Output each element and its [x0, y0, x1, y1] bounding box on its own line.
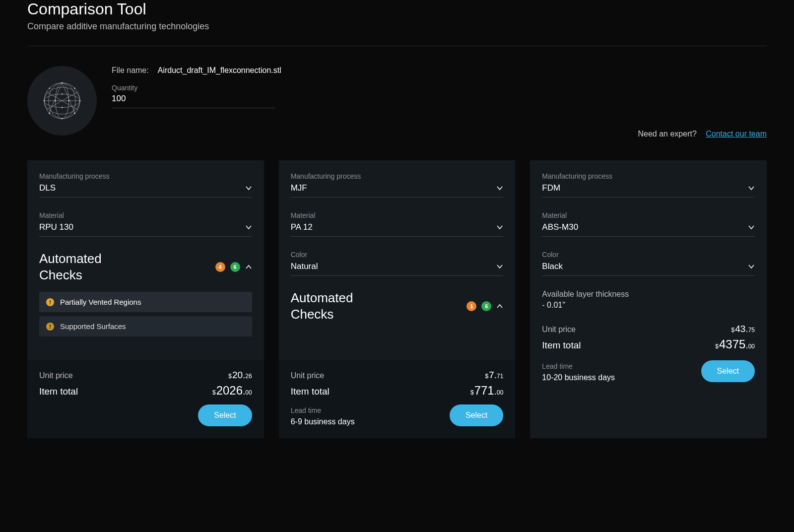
item-total-value: $771.00 [470, 384, 503, 398]
unit-price-label: Unit price [542, 325, 576, 334]
svg-point-21 [68, 100, 69, 102]
material-label: Material [39, 211, 252, 219]
wireframe-sphere-icon [40, 78, 84, 123]
chevron-down-icon [748, 263, 755, 270]
material-select[interactable]: Material ABS-M30 [542, 211, 755, 237]
check-item-label: Partially Vented Regions [60, 298, 141, 306]
process-select[interactable]: Manufacturing process MJF [291, 172, 504, 198]
chevron-up-icon[interactable] [245, 264, 252, 270]
page-title: Comparison Tool [27, 0, 767, 18]
svg-line-7 [49, 83, 62, 114]
comparison-card-mjf: Manufacturing process MJF Material PA 12… [279, 160, 516, 438]
color-select[interactable]: Color Natural [291, 251, 504, 276]
expert-text: Need an expert? [638, 130, 697, 138]
ok-count-badge: 6 [230, 262, 240, 272]
process-label: Manufacturing process [39, 172, 252, 180]
warning-count-badge: 4 [215, 262, 225, 272]
svg-line-8 [62, 83, 75, 114]
contact-team-link[interactable]: Contact our team [706, 130, 767, 138]
warning-icon: ! [46, 298, 54, 306]
lead-time-value: 10-20 business days [542, 373, 615, 382]
svg-point-20 [55, 100, 56, 102]
select-button[interactable]: Select [450, 404, 503, 426]
svg-point-15 [74, 87, 75, 89]
file-name-value: Airduct_draft_IM_flexconnection.stl [158, 66, 281, 75]
chevron-up-icon[interactable] [496, 303, 503, 310]
material-select[interactable]: Material PA 12 [291, 211, 504, 237]
item-total-value: $2026.00 [212, 384, 252, 398]
ok-count-badge: 6 [481, 301, 491, 311]
page-subtitle: Compare additive manufacturing technolog… [27, 21, 767, 32]
svg-point-17 [74, 113, 75, 114]
material-value: RPU 130 [39, 222, 73, 232]
comparison-card-dls: Manufacturing process DLS Material RPU 1… [27, 160, 264, 438]
svg-point-10 [62, 82, 63, 84]
select-button[interactable]: Select [701, 360, 755, 382]
lead-time-label: Lead time [542, 362, 615, 370]
item-total-label: Item total [291, 386, 330, 397]
automated-checks-title: Automated Checks [39, 251, 119, 283]
automated-checks-title: Automated Checks [291, 290, 370, 322]
select-button[interactable]: Select [198, 404, 252, 426]
svg-point-18 [62, 93, 63, 95]
chevron-down-icon [748, 224, 755, 231]
svg-point-11 [62, 118, 63, 120]
unit-price-label: Unit price [291, 371, 325, 380]
comparison-card-fdm: Manufacturing process FDM Material ABS-M… [530, 160, 767, 438]
check-item[interactable]: ! Partially Vented Regions [39, 292, 252, 312]
color-select[interactable]: Color Black [542, 251, 755, 276]
material-select[interactable]: Material RPU 130 [39, 211, 252, 237]
unit-price-label: Unit price [39, 371, 73, 380]
chevron-down-icon [245, 185, 252, 192]
chevron-down-icon [748, 185, 755, 192]
layer-thickness-info: Available layer thickness - 0.01" [542, 290, 755, 310]
unit-price-value: $20.26 [228, 370, 252, 381]
chevron-down-icon [496, 224, 503, 231]
lead-time-label: Lead time [291, 406, 355, 414]
quantity-field[interactable]: Quantity 100 [112, 84, 275, 108]
file-name-label: File name: [112, 66, 149, 75]
svg-point-13 [79, 100, 81, 102]
check-item-label: Supported Surfaces [60, 322, 126, 331]
quantity-value: 100 [112, 94, 275, 104]
warning-icon: ! [46, 323, 54, 331]
item-total-label: Item total [542, 340, 581, 351]
process-value: DLS [39, 183, 56, 193]
process-select[interactable]: Manufacturing process FDM [542, 172, 755, 198]
part-thumbnail [27, 66, 97, 135]
chevron-down-icon [496, 263, 503, 270]
item-total-label: Item total [39, 386, 78, 397]
process-select[interactable]: Manufacturing process DLS [39, 172, 252, 198]
quantity-label: Quantity [112, 84, 275, 92]
lead-time-value: 6-9 business days [291, 417, 355, 426]
svg-point-16 [49, 113, 50, 114]
chevron-down-icon [245, 224, 252, 231]
chevron-down-icon [496, 185, 503, 192]
svg-point-14 [49, 87, 50, 89]
warning-count-badge: 1 [466, 301, 476, 311]
svg-point-12 [44, 100, 45, 102]
item-total-value: $4375.00 [715, 337, 755, 351]
unit-price-value: $7.71 [485, 370, 503, 381]
check-item[interactable]: ! Supported Surfaces [39, 316, 252, 336]
svg-point-19 [62, 107, 63, 108]
unit-price-value: $43.75 [731, 324, 755, 334]
